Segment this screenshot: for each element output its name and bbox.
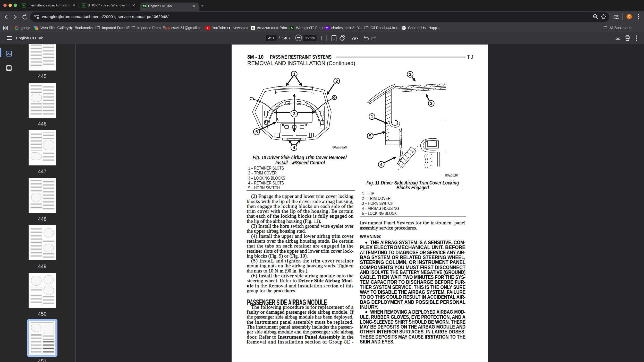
svg-text:4 – RETAINER SLOTS: 4 – RETAINER SLOTS — [248, 180, 284, 186]
svg-text:AND ISOLATE THE BATTERY NEGATI: AND ISOLATE THE BATTERY NEGATIVE (GROUND… — [360, 270, 465, 275]
svg-text:80a0f19f: 80a0f19f — [445, 174, 458, 177]
svg-text:5: 5 — [369, 134, 371, 138]
svg-text:TJ: TJ — [467, 54, 473, 60]
svg-text:CABLE. THEN WAIT TWO MINUTES F: CABLE. THEN WAIT TWO MINUTES FOR THE SYS… — [360, 275, 465, 280]
svg-text:2 – TRIM COVER: 2 – TRIM COVER — [248, 170, 277, 175]
svg-text:4: 4 — [293, 145, 295, 150]
svg-text:2 – TRIM COVER: 2 – TRIM COVER — [362, 196, 391, 201]
svg-text:WAY TO DISABLE THE AIRBAG SYST: WAY TO DISABLE THE AIRBAG SYSTEM. FAILUR… — [360, 289, 465, 295]
svg-text:TEM CAPACITOR TO DISCHARGE BEF: TEM CAPACITOR TO DISCHARGE BEFORE FUR- — [360, 279, 465, 285]
svg-text:5 – HORN SWITCH: 5 – HORN SWITCH — [248, 185, 280, 190]
svg-text:1 – LIP: 1 – LIP — [362, 191, 374, 196]
svg-text:Blocks Engaged: Blocks Engaged — [396, 185, 429, 190]
svg-text:1 – RETAINER SLOTS: 1 – RETAINER SLOTS — [248, 165, 284, 171]
svg-text:group for the procedures.: group for the procedures. — [247, 288, 296, 293]
svg-text:4 – AIRBAG HOUSING: 4 – AIRBAG HOUSING — [362, 206, 399, 211]
svg-text:5: 5 — [255, 129, 258, 134]
svg-text:The following procedure is for: The following procedure is for replaceme… — [251, 304, 354, 310]
svg-text:then engage the locking blocks: then engage the locking blocks on each s… — [247, 204, 353, 209]
svg-text:80ab88a6: 80ab88a6 — [332, 146, 347, 149]
svg-text:mounting nuts on the airbag ho: mounting nuts on the airbag housing stud… — [247, 263, 354, 268]
svg-text:the upper airbag housing stud.: the upper airbag housing stud. — [247, 228, 306, 234]
svg-text:the instrument panel assembly: the instrument panel assembly must be re… — [247, 319, 353, 325]
svg-text:1: 1 — [371, 114, 373, 119]
svg-text:BAG DEPLOYMENT AND POSSIBLE PE: BAG DEPLOYMENT AND POSSIBLE PERSONAL — [360, 299, 465, 305]
svg-text:2: 2 — [409, 72, 411, 77]
svg-text:steering wheel. Refer to Drive: steering wheel. Refer to Driver Side Air… — [247, 278, 353, 283]
svg-text:a: a — [252, 26, 254, 29]
svg-text:3 – HORN SWITCH: 3 – HORN SWITCH — [362, 201, 393, 206]
svg-text:assembly service procedures.: assembly service procedures. — [360, 225, 417, 231]
svg-text:PASSIVE RESTRAINT SYSTEMS: PASSIVE RESTRAINT SYSTEMS — [270, 54, 332, 60]
svg-text:ATTEMPTING TO DIAGNOSE OR SERV: ATTEMPTING TO DIAGNOSE OR SERVICE ANY AI… — [360, 250, 465, 255]
svg-text:WARNING:: WARNING: — [360, 234, 381, 239]
svg-text:THE AIRBAG SYSTEM IS A SENSITI: THE AIRBAG SYSTEM IS A SENSITIVE, COM- — [370, 240, 465, 245]
svg-text:SKIN AND EYES.: SKIN AND EYES. — [360, 339, 394, 345]
svg-text:WHEN REMOVING A DEPLOYED AIRBA: WHEN REMOVING A DEPLOYED AIRBAG MOD- — [370, 309, 465, 315]
svg-text:Removal and Installation secti: Removal and Installation section of Grou… — [247, 339, 353, 345]
svg-text:that each of the locking block: that each of the locking blocks is fully… — [247, 213, 354, 219]
svg-text:LONG-SLEEVED SHIRT SHOULD BE W: LONG-SLEEVED SHIRT SHOULD BE WORN. THERE — [360, 319, 465, 325]
svg-text:retainer slots of the upper an: retainer slots of the upper and lower tr… — [247, 248, 353, 254]
svg-text:ULE, RUBBER GLOVES, EYE PROTEC: ULE, RUBBER GLOVES, EYE PROTECTION, AND … — [360, 314, 465, 320]
svg-text:2: 2 — [335, 79, 338, 83]
svg-text:3: 3 — [430, 101, 432, 106]
svg-text:3: 3 — [293, 111, 295, 116]
svg-text:retainers over the airbag hous: retainers over the airbag housing studs.… — [247, 238, 354, 244]
svg-text:ule in the Removal and Install: ule in the Removal and Installation sect… — [247, 283, 353, 288]
svg-text:1: 1 — [293, 72, 295, 76]
svg-text:ger side airbag module and the: ger side airbag module and the passenger… — [247, 329, 354, 334]
svg-text:PLEX ELECTROMECHANICAL UNIT. B: PLEX ELECTROMECHANICAL UNIT. BEFORE — [360, 245, 465, 250]
svg-text:faulty or damaged passenger si: faulty or damaged passenger side airbag … — [247, 309, 354, 315]
svg-text:Fig. 10 Driver Side Airbag Tri: Fig. 10 Driver Side Airbag Trim Cover Re… — [253, 155, 347, 160]
svg-text:5 – LOCKING BLOCK: 5 – LOCKING BLOCK — [362, 211, 397, 216]
svg-text:Instrument Panel Systems for t: Instrument Panel Systems for the instrum… — [360, 220, 465, 225]
svg-text:8M - 10: 8M - 10 — [247, 54, 264, 60]
svg-text:TO DO THIS COULD RESULT IN ACC: TO DO THIS COULD RESULT IN ACCIDENTAL AI… — [360, 294, 465, 300]
svg-text:OTHER INTERIOR SURFACES. IN LA: OTHER INTERIOR SURFACES. IN LARGE DOSES, — [360, 329, 465, 334]
svg-text:REMOVAL AND INSTALLATION (Cont: REMOVAL AND INSTALLATION (Continued) — [247, 60, 355, 66]
svg-text:INJURY.: INJURY. — [360, 304, 378, 310]
svg-text:that the tabs on each retainer: that the tabs on each retainer are engag… — [247, 243, 353, 249]
svg-text:COMPONENTS YOU MUST FIRST DISC: COMPONENTS YOU MUST FIRST DISCONNECT — [360, 265, 465, 270]
svg-text:The instrument panel assembly: The instrument panel assembly includes t… — [247, 324, 353, 330]
svg-text:THER SYSTEM SERVICE. THIS IS T: THER SYSTEM SERVICE. THIS IS THE ONLY SU… — [360, 285, 465, 290]
svg-text:MAY BE DEPOSITS ON THE AIRBAG: MAY BE DEPOSITS ON THE AIRBAG MODULE AND — [360, 324, 465, 330]
svg-text:3 – LOCKING BLOCKS: 3 – LOCKING BLOCKS — [248, 175, 285, 181]
svg-text:the passenger side airbag modu: the passenger side airbag module has bee… — [247, 314, 353, 320]
svg-text:THESE DEPOSITS MAY CAUSE IRRIT: THESE DEPOSITS MAY CAUSE IRRITATION TO T… — [360, 334, 465, 340]
svg-text:STEERING COLUMN, OR INSTRUMENT: STEERING COLUMN, OR INSTRUMENT PANEL — [360, 260, 465, 265]
svg-text:trim cover with the lip of the: trim cover with the lip of the housing. … — [247, 208, 354, 214]
svg-text:door. Refer to Instrument Pane: door. Refer to Instrument Panel Assembly… — [247, 334, 353, 340]
svg-text:4: 4 — [380, 162, 383, 167]
svg-text:blocks with the lip of the dri: blocks with the lip of the driver side a… — [247, 199, 353, 204]
svg-text:Install - w/Speed Control: Install - w/Speed Control — [275, 160, 325, 165]
svg-text:BAG SYSTEM OR RELATED STEERING: BAG SYSTEM OR RELATED STEERING WHEEL, — [360, 255, 465, 260]
